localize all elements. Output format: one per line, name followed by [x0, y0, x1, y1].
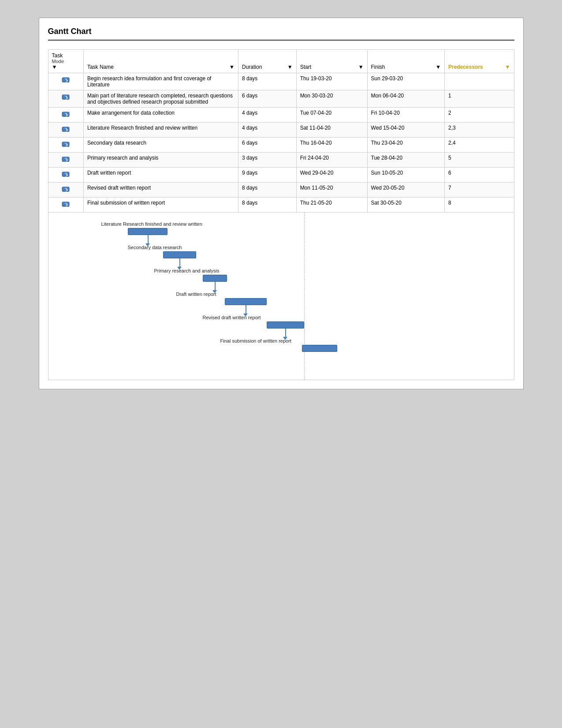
- arrow-down-6: [212, 290, 217, 293]
- task-name-cell: Begin research idea formulation and firs…: [83, 73, 238, 90]
- duration-cell: 4 days: [238, 108, 296, 123]
- col-header-task-mode[interactable]: Task Mode ▼: [48, 50, 83, 73]
- gantt-label-5: Secondary data research: [128, 245, 510, 250]
- predecessors-cell: 2,4: [445, 138, 514, 153]
- sort-arrow-duration[interactable]: ▼: [287, 64, 293, 70]
- table-row: Primary research and analysis3 daysFri 2…: [48, 153, 514, 168]
- table-row: Revised draft written report8 daysMon 11…: [48, 183, 514, 198]
- col-header-start[interactable]: Start ▼: [296, 50, 367, 73]
- start-cell: Sat 11-04-20: [296, 123, 367, 138]
- start-cell: Fri 24-04-20: [296, 153, 367, 168]
- start-cell: Tue 07-04-20: [296, 108, 367, 123]
- col-header-duration[interactable]: Duration ▼: [238, 50, 296, 73]
- finish-cell: Mon 06-04-20: [367, 90, 445, 108]
- start-cell: Wed 29-04-20: [296, 168, 367, 183]
- task-mode-cell: [48, 168, 83, 183]
- predecessors-cell: 6: [445, 168, 514, 183]
- gantt-bar-4: [128, 228, 167, 235]
- predecessors-cell: 2: [445, 108, 514, 123]
- finish-cell: Fri 10-04-20: [367, 108, 445, 123]
- gantt-label-4: Literature Research finished and review …: [101, 221, 510, 227]
- duration-cell: 6 days: [238, 138, 296, 153]
- task-name-cell: Draft written report: [83, 168, 238, 183]
- table-row: Literature Research finished and review …: [48, 123, 514, 138]
- predecessors-cell: 8: [445, 198, 514, 213]
- predecessors-cell: 5: [445, 153, 514, 168]
- gantt-label-9: Final submission of written report: [220, 338, 510, 343]
- duration-cell: 3 days: [238, 153, 296, 168]
- task-mode-icon: [61, 200, 70, 209]
- task-mode-icon: [61, 125, 70, 134]
- gantt-bar-5: [163, 251, 196, 258]
- gantt-bar-6: [203, 275, 227, 282]
- gantt-row-6: Primary research and analysis: [154, 268, 510, 282]
- table-row: Main part of literature research complet…: [48, 90, 514, 108]
- duration-cell: 4 days: [238, 123, 296, 138]
- task-mode-cell: [48, 138, 83, 153]
- arrow-down-5: [177, 267, 182, 270]
- table-row: Final submission of written report8 days…: [48, 198, 514, 213]
- arrow-down-8: [283, 337, 287, 340]
- gantt-bar-7: [225, 298, 267, 305]
- predecessors-cell: [445, 73, 514, 90]
- start-cell: Mon 30-03-20: [296, 90, 367, 108]
- gantt-row-5: Secondary data research: [128, 245, 510, 258]
- finish-cell: Sun 29-03-20: [367, 73, 445, 90]
- task-mode-cell: [48, 183, 83, 198]
- task-mode-icon: [61, 75, 70, 84]
- table-row: Draft written report9 daysWed 29-04-20Su…: [48, 168, 514, 183]
- gantt-label-7: Draft written report: [176, 291, 510, 297]
- gantt-row-7: Draft written report: [176, 291, 510, 305]
- task-mode-icon: [61, 110, 70, 119]
- duration-cell: 6 days: [238, 90, 296, 108]
- task-mode-cell: [48, 108, 83, 123]
- task-mode-icon: [61, 93, 70, 101]
- task-name-cell: Final submission of written report: [83, 198, 238, 213]
- col-header-finish[interactable]: Finish ▼: [367, 50, 445, 73]
- duration-cell: 8 days: [238, 73, 296, 90]
- task-name-cell: Revised draft written report: [83, 183, 238, 198]
- task-mode-cell: [48, 198, 83, 213]
- task-mode-cell: [48, 90, 83, 108]
- table-row: Secondary data research6 daysThu 16-04-2…: [48, 138, 514, 153]
- sort-arrow-task-name[interactable]: ▼: [229, 64, 234, 70]
- col-header-task-name[interactable]: Task Name ▼: [83, 50, 238, 73]
- sort-arrow-start[interactable]: ▼: [358, 64, 364, 70]
- finish-cell: Wed 15-04-20: [367, 123, 445, 138]
- task-name-cell: Secondary data research: [83, 138, 238, 153]
- finish-cell: Wed 20-05-20: [367, 183, 445, 198]
- gantt-table: Task Mode ▼ Task Name ▼ Duration ▼: [48, 49, 514, 213]
- gantt-row-9: Final submission of written report: [220, 338, 510, 352]
- task-mode-icon: [61, 185, 70, 194]
- arrow-down-7: [243, 314, 248, 317]
- task-mode-icon: [61, 140, 70, 149]
- start-cell: Thu 16-04-20: [296, 138, 367, 153]
- gantt-row-8: Revised draft written report: [203, 315, 510, 329]
- gantt-chart-container: Gantt Chart Task Mode ▼ Task Name ▼: [39, 18, 524, 389]
- finish-cell: Sun 10-05-20: [367, 168, 445, 183]
- start-cell: Thu 19-03-20: [296, 73, 367, 90]
- col-header-predecessors[interactable]: Predecessors ▼: [445, 50, 514, 73]
- duration-cell: 8 days: [238, 183, 296, 198]
- task-name-cell: Literature Research finished and review …: [83, 123, 238, 138]
- gantt-row-4: Literature Research finished and review …: [101, 221, 510, 235]
- sort-arrow-finish[interactable]: ▼: [435, 64, 441, 70]
- duration-cell: 8 days: [238, 198, 296, 213]
- task-mode-icon: [61, 170, 70, 179]
- finish-cell: Sat 30-05-20: [367, 198, 445, 213]
- start-cell: Mon 11-05-20: [296, 183, 367, 198]
- predecessors-cell: 2,3: [445, 123, 514, 138]
- page-title: Gantt Chart: [48, 27, 514, 41]
- gantt-label-6: Primary research and analysis: [154, 268, 510, 273]
- task-name-cell: Main part of literature research complet…: [83, 90, 238, 108]
- task-mode-cell: [48, 73, 83, 90]
- sort-arrow-predecessors[interactable]: ▼: [505, 64, 510, 70]
- sort-arrow-task-mode[interactable]: ▼: [52, 64, 57, 70]
- finish-cell: Tue 28-04-20: [367, 153, 445, 168]
- task-mode-cell: [48, 153, 83, 168]
- table-row: Begin research idea formulation and firs…: [48, 73, 514, 90]
- gantt-label-8: Revised draft written report: [203, 315, 510, 320]
- task-mode-icon: [61, 155, 70, 164]
- duration-cell: 9 days: [238, 168, 296, 183]
- table-row: Make arrangement for data collection4 da…: [48, 108, 514, 123]
